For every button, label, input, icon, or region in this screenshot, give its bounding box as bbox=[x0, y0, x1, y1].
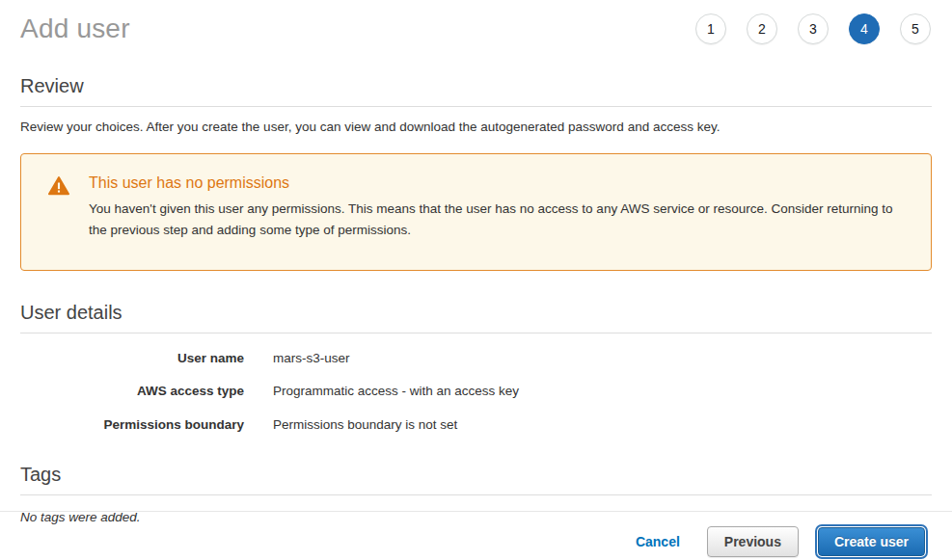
wizard-footer: Cancel Previous Create user bbox=[0, 511, 952, 559]
page-title: Add user bbox=[20, 13, 130, 44]
warning-content: This user has no permissions You haven't… bbox=[89, 174, 896, 242]
detail-label: AWS access type bbox=[20, 383, 244, 400]
warning-triangle-icon bbox=[48, 174, 89, 200]
step-indicator-4-active: 4 bbox=[849, 13, 880, 44]
detail-row-user-name: User name mars-s3-user bbox=[20, 350, 932, 367]
detail-value: Permissions boundary is not set bbox=[273, 416, 457, 434]
review-divider bbox=[20, 106, 932, 107]
no-permissions-warning: This user has no permissions You haven't… bbox=[20, 153, 932, 271]
tags-divider bbox=[20, 494, 932, 495]
user-details-heading: User details bbox=[20, 302, 932, 324]
tags-heading: Tags bbox=[20, 464, 932, 486]
detail-value: mars-s3-user bbox=[273, 350, 350, 367]
review-step-content: Review Review your choices. After you cr… bbox=[0, 75, 952, 524]
step-indicator-1: 1 bbox=[695, 13, 726, 44]
previous-button[interactable]: Previous bbox=[707, 526, 799, 557]
step-indicator-2: 2 bbox=[747, 13, 777, 44]
step-indicator-3: 3 bbox=[798, 13, 829, 44]
cancel-button[interactable]: Cancel bbox=[636, 534, 680, 549]
step-indicator: 1 2 3 4 5 bbox=[695, 13, 931, 44]
review-description: Review your choices. After you create th… bbox=[20, 118, 932, 137]
detail-label: User name bbox=[20, 350, 244, 367]
detail-row-access-type: AWS access type Programmatic access - wi… bbox=[20, 383, 932, 400]
create-user-focus-ring: Create user bbox=[815, 524, 928, 559]
detail-row-permissions-boundary: Permissions boundary Permissions boundar… bbox=[20, 416, 932, 434]
detail-value: Programmatic access - with an access key bbox=[273, 383, 519, 400]
detail-label: Permissions boundary bbox=[20, 416, 244, 434]
wizard-header: Add user 1 2 3 4 5 bbox=[0, 0, 952, 44]
user-details-list: User name mars-s3-user AWS access type P… bbox=[20, 350, 932, 434]
review-heading: Review bbox=[20, 75, 932, 97]
create-user-button[interactable]: Create user bbox=[818, 527, 925, 556]
user-details-divider bbox=[20, 333, 932, 333]
warning-body: You haven't given this user any permissi… bbox=[89, 199, 896, 242]
warning-title: This user has no permissions bbox=[89, 174, 896, 192]
step-indicator-5: 5 bbox=[900, 13, 931, 44]
